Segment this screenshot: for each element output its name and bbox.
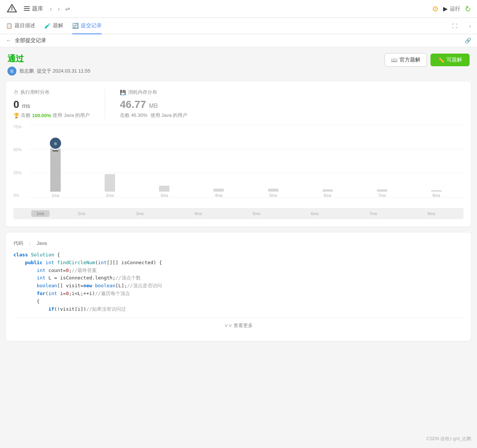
y-label-25: 25% [13, 170, 28, 175]
scroll-labels: 2ms 3ms 4ms 5ms 6ms 7ms 8ms [53, 211, 461, 216]
bar-group-1ms: 殷 1ms [28, 125, 83, 198]
svg-rect-2 [24, 6, 30, 7]
menu-icon [24, 6, 30, 12]
tab-description[interactable]: 📋 题目描述 [6, 18, 35, 34]
code-lang-label: 代码 ｜ Java [13, 240, 464, 247]
tab-bar: 📋 题目描述 🧪 题解 🔄 提交记录 ⛶ › [0, 18, 477, 34]
submission-header: 通过 殷 殷志鹏 提交于 2024.03.31 11:55 📖 官方题解 ✏️ … [6, 53, 471, 76]
see-more-button[interactable]: ∨∨ 查看更多 [13, 317, 464, 333]
time-value: 0 ms [13, 99, 90, 111]
back-button[interactable]: ← [6, 37, 12, 44]
bar-group-8ms: 8ms [409, 125, 464, 198]
status-label: 通过 [7, 53, 90, 64]
bar-label-3ms: 3ms [160, 193, 168, 198]
svg-text:殷: 殷 [54, 142, 57, 145]
svg-text:殷: 殷 [10, 69, 14, 73]
official-solution-label: 官方题解 [400, 57, 420, 63]
header-actions: 📖 官方题解 ✏️ 写题解 [385, 53, 470, 67]
submit-time: 提交于 2024.03.31 11:55 [37, 68, 90, 74]
description-icon: 📋 [6, 23, 12, 29]
bar-group-3ms: 3ms [137, 125, 191, 198]
solution-icon: 🧪 [44, 23, 51, 29]
bar-label-8ms: 8ms [433, 193, 441, 198]
prev-arrow[interactable]: ‹ [48, 5, 54, 13]
tab-description-label: 题目描述 [15, 22, 35, 29]
scroll-label-5ms: 5ms [252, 211, 260, 216]
trophy-icon: 🏆 [13, 113, 19, 118]
y-axis: 75% 50% 25% 0% [13, 125, 28, 198]
run-button[interactable]: ▶ 运行 [443, 5, 460, 12]
svg-rect-4 [24, 10, 30, 11]
bar-group-7ms: 7ms [355, 125, 409, 198]
official-solution-button[interactable]: 📖 官方题解 [385, 53, 427, 67]
extra-action-icon[interactable]: ↻ [463, 3, 472, 14]
bar-2ms [105, 174, 115, 192]
bars-container: 殷 1ms 2ms 3ms 4ms [28, 125, 464, 198]
breadcrumb-row: ← 全部提交记录 🔗 [0, 34, 477, 47]
memory-stat-title: 💾 消耗内存分布 [120, 89, 187, 96]
scroll-row[interactable]: 1ms 2ms 3ms 4ms 5ms 6ms 7ms 8ms [13, 208, 464, 219]
y-label-0: 0% [13, 193, 28, 198]
logo[interactable] [6, 3, 18, 15]
tab-submissions[interactable]: 🔄 提交记录 [72, 18, 102, 34]
scroll-label-4ms: 4ms [194, 211, 202, 216]
shuffle-icon[interactable]: ⇌ [65, 5, 70, 12]
clock-icon: ⏱ [13, 90, 18, 95]
chart-container: 75% 50% 25% 0% 殷 [13, 125, 464, 207]
scroll-label-6ms: 6ms [311, 211, 319, 216]
edit-icon: ✏️ [438, 57, 444, 63]
link-icon[interactable]: 🔗 [465, 38, 471, 44]
bar-7ms [377, 189, 387, 192]
scroll-thumb-label: 1ms [31, 210, 50, 217]
bar-group-2ms: 2ms [83, 125, 137, 198]
bar-label-6ms: 6ms [324, 193, 331, 198]
stat-separator [105, 89, 105, 119]
bar-label-4ms: 4ms [215, 193, 223, 198]
collapse-icon[interactable]: › [469, 23, 471, 29]
bar-label-7ms: 7ms [378, 193, 386, 198]
write-solution-button[interactable]: ✏️ 写题解 [430, 54, 470, 66]
scroll-label-8ms: 8ms [427, 211, 435, 216]
bar-label-1ms: 1ms [52, 193, 60, 198]
code-section: 代码 ｜ Java class Solution { public int fi… [6, 233, 471, 341]
book-icon: 📖 [391, 57, 397, 63]
tab-solution-label: 题解 [53, 22, 63, 29]
nav-arrows: ‹ › [48, 5, 62, 13]
bar-3ms [159, 186, 169, 192]
bar-6ms [322, 189, 333, 192]
bar-8ms [431, 190, 442, 192]
y-label-50: 50% [13, 147, 28, 152]
time-subtitle: 🏆 击败 100.00% 使用 Java 的用户 [13, 112, 90, 119]
code-block: class Solution { public int findCircleNu… [13, 251, 464, 313]
bar-label-2ms: 2ms [106, 193, 114, 198]
problem-set-label: 题库 [32, 5, 43, 12]
bar-label-5ms: 5ms [269, 193, 277, 198]
scroll-label-2ms: 2ms [78, 211, 86, 216]
submitter-info: 殷 殷志鹏 提交于 2024.03.31 11:55 [7, 67, 90, 76]
stats-card: ⏱ 执行用时分布 0 ms 🏆 击败 100.00% 使用 Java 的用户 [6, 81, 471, 227]
svg-rect-3 [24, 8, 30, 9]
bar-group-6ms: 6ms [300, 125, 355, 198]
stats-row: ⏱ 执行用时分布 0 ms 🏆 击败 100.00% 使用 Java 的用户 [13, 89, 464, 119]
problem-set-nav[interactable]: 题库 [24, 5, 43, 12]
bar-group-5ms: 5ms [246, 125, 300, 198]
memory-stat: 💾 消耗内存分布 46.77 MB 击败 46.30% 使用 Java 的用户 [120, 89, 187, 119]
time-stat-title: ⏱ 执行用时分布 [13, 89, 90, 96]
submissions-icon: 🔄 [72, 23, 79, 29]
memory-icon: 💾 [120, 90, 126, 95]
bar-1ms [50, 148, 61, 192]
debug-icon[interactable]: ⚙ [432, 4, 439, 13]
tab-solution[interactable]: 🧪 题解 [44, 18, 63, 34]
y-label-75: 75% [13, 125, 28, 129]
play-icon: ▶ [443, 5, 448, 12]
bar-4ms [213, 189, 224, 192]
expand-icon[interactable]: ⛶ [452, 23, 457, 29]
bar-group-4ms: 4ms [191, 125, 246, 198]
right-actions: ⚙ ▶ 运行 ↻ [432, 4, 471, 13]
memory-value: 46.77 MB [120, 99, 187, 111]
bar-5ms [268, 189, 279, 192]
write-solution-label: 写题解 [446, 57, 462, 63]
next-arrow[interactable]: › [55, 5, 62, 13]
tab-submissions-label: 提交记录 [81, 22, 102, 29]
scroll-label-7ms: 7ms [369, 211, 377, 216]
